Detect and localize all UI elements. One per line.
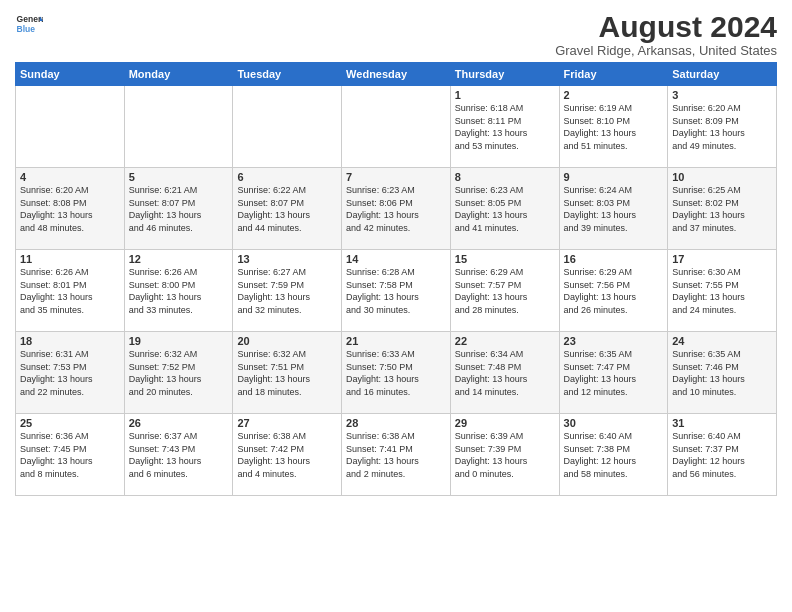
day-number-18: 18 (20, 335, 120, 347)
day-number-1: 1 (455, 89, 555, 101)
location: Gravel Ridge, Arkansas, United States (555, 43, 777, 58)
week-row-3: 11Sunrise: 6:26 AM Sunset: 8:01 PM Dayli… (16, 250, 777, 332)
day-info-8: Sunrise: 6:23 AM Sunset: 8:05 PM Dayligh… (455, 184, 555, 234)
cell-0-6: 3Sunrise: 6:20 AM Sunset: 8:09 PM Daylig… (668, 86, 777, 168)
day-info-9: Sunrise: 6:24 AM Sunset: 8:03 PM Dayligh… (564, 184, 664, 234)
day-info-10: Sunrise: 6:25 AM Sunset: 8:02 PM Dayligh… (672, 184, 772, 234)
day-info-6: Sunrise: 6:22 AM Sunset: 8:07 PM Dayligh… (237, 184, 337, 234)
cell-1-0: 4Sunrise: 6:20 AM Sunset: 8:08 PM Daylig… (16, 168, 125, 250)
cell-0-3 (342, 86, 451, 168)
day-info-22: Sunrise: 6:34 AM Sunset: 7:48 PM Dayligh… (455, 348, 555, 398)
day-info-26: Sunrise: 6:37 AM Sunset: 7:43 PM Dayligh… (129, 430, 229, 480)
day-number-8: 8 (455, 171, 555, 183)
calendar-table: Sunday Monday Tuesday Wednesday Thursday… (15, 62, 777, 496)
day-info-17: Sunrise: 6:30 AM Sunset: 7:55 PM Dayligh… (672, 266, 772, 316)
cell-4-6: 31Sunrise: 6:40 AM Sunset: 7:37 PM Dayli… (668, 414, 777, 496)
day-number-20: 20 (237, 335, 337, 347)
day-info-3: Sunrise: 6:20 AM Sunset: 8:09 PM Dayligh… (672, 102, 772, 152)
cell-3-3: 21Sunrise: 6:33 AM Sunset: 7:50 PM Dayli… (342, 332, 451, 414)
day-number-17: 17 (672, 253, 772, 265)
cell-2-5: 16Sunrise: 6:29 AM Sunset: 7:56 PM Dayli… (559, 250, 668, 332)
header-sunday: Sunday (16, 63, 125, 86)
day-info-18: Sunrise: 6:31 AM Sunset: 7:53 PM Dayligh… (20, 348, 120, 398)
day-number-5: 5 (129, 171, 229, 183)
day-number-23: 23 (564, 335, 664, 347)
day-number-9: 9 (564, 171, 664, 183)
day-number-14: 14 (346, 253, 446, 265)
day-info-30: Sunrise: 6:40 AM Sunset: 7:38 PM Dayligh… (564, 430, 664, 480)
logo-icon: General Blue (15, 10, 43, 38)
day-number-27: 27 (237, 417, 337, 429)
day-info-7: Sunrise: 6:23 AM Sunset: 8:06 PM Dayligh… (346, 184, 446, 234)
day-number-30: 30 (564, 417, 664, 429)
day-info-19: Sunrise: 6:32 AM Sunset: 7:52 PM Dayligh… (129, 348, 229, 398)
day-info-29: Sunrise: 6:39 AM Sunset: 7:39 PM Dayligh… (455, 430, 555, 480)
cell-2-0: 11Sunrise: 6:26 AM Sunset: 8:01 PM Dayli… (16, 250, 125, 332)
cell-1-6: 10Sunrise: 6:25 AM Sunset: 8:02 PM Dayli… (668, 168, 777, 250)
cell-0-1 (124, 86, 233, 168)
day-number-19: 19 (129, 335, 229, 347)
day-info-20: Sunrise: 6:32 AM Sunset: 7:51 PM Dayligh… (237, 348, 337, 398)
calendar-body: 1Sunrise: 6:18 AM Sunset: 8:11 PM Daylig… (16, 86, 777, 496)
day-number-25: 25 (20, 417, 120, 429)
day-info-13: Sunrise: 6:27 AM Sunset: 7:59 PM Dayligh… (237, 266, 337, 316)
header-tuesday: Tuesday (233, 63, 342, 86)
cell-1-1: 5Sunrise: 6:21 AM Sunset: 8:07 PM Daylig… (124, 168, 233, 250)
header-saturday: Saturday (668, 63, 777, 86)
header-wednesday: Wednesday (342, 63, 451, 86)
week-row-2: 4Sunrise: 6:20 AM Sunset: 8:08 PM Daylig… (16, 168, 777, 250)
day-number-13: 13 (237, 253, 337, 265)
cell-1-3: 7Sunrise: 6:23 AM Sunset: 8:06 PM Daylig… (342, 168, 451, 250)
cell-3-6: 24Sunrise: 6:35 AM Sunset: 7:46 PM Dayli… (668, 332, 777, 414)
cell-4-5: 30Sunrise: 6:40 AM Sunset: 7:38 PM Dayli… (559, 414, 668, 496)
day-info-21: Sunrise: 6:33 AM Sunset: 7:50 PM Dayligh… (346, 348, 446, 398)
day-info-16: Sunrise: 6:29 AM Sunset: 7:56 PM Dayligh… (564, 266, 664, 316)
day-number-4: 4 (20, 171, 120, 183)
cell-2-2: 13Sunrise: 6:27 AM Sunset: 7:59 PM Dayli… (233, 250, 342, 332)
month-title: August 2024 (555, 10, 777, 43)
week-row-4: 18Sunrise: 6:31 AM Sunset: 7:53 PM Dayli… (16, 332, 777, 414)
header-friday: Friday (559, 63, 668, 86)
calendar-container: General Blue August 2024 Gravel Ridge, A… (0, 0, 792, 506)
day-info-1: Sunrise: 6:18 AM Sunset: 8:11 PM Dayligh… (455, 102, 555, 152)
day-number-3: 3 (672, 89, 772, 101)
cell-2-4: 15Sunrise: 6:29 AM Sunset: 7:57 PM Dayli… (450, 250, 559, 332)
day-info-2: Sunrise: 6:19 AM Sunset: 8:10 PM Dayligh… (564, 102, 664, 152)
cell-0-4: 1Sunrise: 6:18 AM Sunset: 8:11 PM Daylig… (450, 86, 559, 168)
day-info-24: Sunrise: 6:35 AM Sunset: 7:46 PM Dayligh… (672, 348, 772, 398)
day-info-25: Sunrise: 6:36 AM Sunset: 7:45 PM Dayligh… (20, 430, 120, 480)
day-number-15: 15 (455, 253, 555, 265)
day-info-11: Sunrise: 6:26 AM Sunset: 8:01 PM Dayligh… (20, 266, 120, 316)
cell-4-2: 27Sunrise: 6:38 AM Sunset: 7:42 PM Dayli… (233, 414, 342, 496)
day-number-12: 12 (129, 253, 229, 265)
header-monday: Monday (124, 63, 233, 86)
cell-3-0: 18Sunrise: 6:31 AM Sunset: 7:53 PM Dayli… (16, 332, 125, 414)
cell-4-3: 28Sunrise: 6:38 AM Sunset: 7:41 PM Dayli… (342, 414, 451, 496)
cell-0-5: 2Sunrise: 6:19 AM Sunset: 8:10 PM Daylig… (559, 86, 668, 168)
day-number-24: 24 (672, 335, 772, 347)
day-info-5: Sunrise: 6:21 AM Sunset: 8:07 PM Dayligh… (129, 184, 229, 234)
day-number-10: 10 (672, 171, 772, 183)
day-info-28: Sunrise: 6:38 AM Sunset: 7:41 PM Dayligh… (346, 430, 446, 480)
day-number-2: 2 (564, 89, 664, 101)
cell-2-1: 12Sunrise: 6:26 AM Sunset: 8:00 PM Dayli… (124, 250, 233, 332)
header-thursday: Thursday (450, 63, 559, 86)
cell-1-2: 6Sunrise: 6:22 AM Sunset: 8:07 PM Daylig… (233, 168, 342, 250)
day-info-27: Sunrise: 6:38 AM Sunset: 7:42 PM Dayligh… (237, 430, 337, 480)
day-number-22: 22 (455, 335, 555, 347)
day-info-4: Sunrise: 6:20 AM Sunset: 8:08 PM Dayligh… (20, 184, 120, 234)
cell-2-3: 14Sunrise: 6:28 AM Sunset: 7:58 PM Dayli… (342, 250, 451, 332)
day-number-29: 29 (455, 417, 555, 429)
svg-text:Blue: Blue (17, 24, 36, 34)
cell-1-4: 8Sunrise: 6:23 AM Sunset: 8:05 PM Daylig… (450, 168, 559, 250)
title-block: August 2024 Gravel Ridge, Arkansas, Unit… (555, 10, 777, 58)
weekday-header-row: Sunday Monday Tuesday Wednesday Thursday… (16, 63, 777, 86)
cell-3-5: 23Sunrise: 6:35 AM Sunset: 7:47 PM Dayli… (559, 332, 668, 414)
day-number-28: 28 (346, 417, 446, 429)
cell-0-2 (233, 86, 342, 168)
cell-3-4: 22Sunrise: 6:34 AM Sunset: 7:48 PM Dayli… (450, 332, 559, 414)
day-info-31: Sunrise: 6:40 AM Sunset: 7:37 PM Dayligh… (672, 430, 772, 480)
day-number-31: 31 (672, 417, 772, 429)
day-number-16: 16 (564, 253, 664, 265)
cell-4-4: 29Sunrise: 6:39 AM Sunset: 7:39 PM Dayli… (450, 414, 559, 496)
